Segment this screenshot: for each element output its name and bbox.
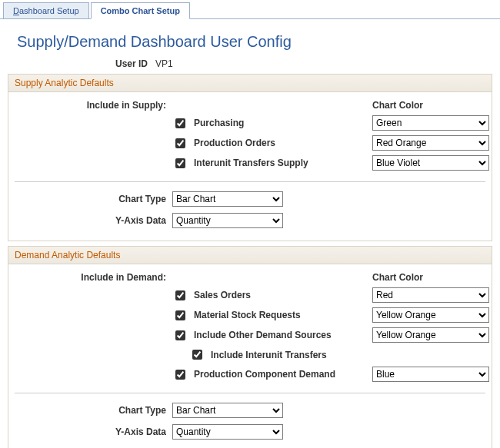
demand-item-include-interunit-transfers: Include Interunit Transfers bbox=[172, 347, 372, 362]
checkbox-label-sales-orders: Sales Orders bbox=[192, 290, 251, 300]
select-color-sales-orders[interactable]: Red bbox=[372, 287, 489, 303]
checkbox-label-production-orders: Production Orders bbox=[192, 138, 275, 148]
checkbox-label-material-stock-requests: Material Stock Requests bbox=[192, 310, 301, 320]
user-id-row: User ID VP1 bbox=[0, 58, 500, 69]
tab-bar: Dashboard Setup Combo Chart Setup bbox=[0, 0, 500, 19]
supply-chart-config: Chart Type Bar Chart Y-Axis Data Quantit… bbox=[15, 191, 485, 228]
demand-item-other-demand-sources: Include Other Demand Sources bbox=[172, 328, 372, 343]
demand-chart-config: Chart Type Bar Chart Y-Axis Data Quantit… bbox=[15, 403, 485, 440]
select-demand-yaxis[interactable]: Quantity bbox=[172, 424, 283, 440]
include-in-demand-label: Include in Demand: bbox=[81, 272, 172, 283]
tab-combo-chart-setup[interactable]: Combo Chart Setup bbox=[91, 2, 190, 19]
supply-item-production-orders: Production Orders bbox=[172, 136, 372, 151]
select-color-material-stock-requests[interactable]: Yellow Orange bbox=[372, 307, 489, 323]
section-supply-defaults: Supply Analytic Defaults Include in Supp… bbox=[8, 74, 492, 241]
checkbox-label-purchasing: Purchasing bbox=[192, 118, 244, 128]
checkbox-include-interunit-transfers[interactable] bbox=[192, 350, 202, 360]
checkbox-sales-orders[interactable] bbox=[175, 290, 185, 300]
select-supply-chart-type[interactable]: Bar Chart bbox=[172, 191, 283, 207]
select-supply-yaxis[interactable]: Quantity bbox=[172, 213, 283, 228]
divider-supply bbox=[15, 181, 485, 182]
select-demand-chart-type[interactable]: Bar Chart bbox=[172, 403, 283, 418]
checkbox-production-orders[interactable] bbox=[175, 138, 185, 148]
demand-item-sales-orders: Sales Orders bbox=[172, 288, 372, 303]
include-in-supply-label: Include in Supply: bbox=[87, 100, 172, 111]
checkbox-label-other-demand-sources: Include Other Demand Sources bbox=[192, 330, 332, 340]
checkbox-label-production-component-demand: Production Component Demand bbox=[192, 369, 335, 380]
checkbox-label-interunit-transfers-supply: Interunit Transfers Supply bbox=[192, 158, 308, 168]
section-body-demand: Include in Demand: Chart Color Sales Ord… bbox=[8, 264, 492, 448]
select-color-interunit-transfers-supply[interactable]: Blue Violet bbox=[372, 155, 489, 171]
section-header-demand: Demand Analytic Defaults bbox=[8, 247, 492, 264]
checkbox-interunit-transfers-supply[interactable] bbox=[175, 158, 185, 168]
select-color-production-component-demand[interactable]: Blue bbox=[372, 367, 489, 382]
supply-item-purchasing: Purchasing bbox=[172, 116, 372, 131]
checkbox-other-demand-sources[interactable] bbox=[175, 330, 185, 340]
section-body-supply: Include in Supply: Chart Color Purchasin… bbox=[8, 92, 492, 241]
demand-chart-color-label: Chart Color bbox=[372, 272, 495, 283]
supply-grid: Include in Supply: Chart Color Purchasin… bbox=[15, 100, 485, 171]
supply-chart-color-label: Chart Color bbox=[372, 100, 495, 111]
checkbox-purchasing[interactable] bbox=[175, 118, 185, 128]
demand-yaxis-label: Y-Axis Data bbox=[115, 426, 172, 437]
supply-yaxis-label: Y-Axis Data bbox=[115, 215, 172, 226]
tab-label-rest: ashboard Setup bbox=[19, 6, 79, 15]
select-color-other-demand-sources[interactable]: Yellow Orange bbox=[372, 327, 489, 343]
user-id-value: VP1 bbox=[155, 58, 173, 69]
section-header-supply: Supply Analytic Defaults bbox=[8, 75, 492, 92]
demand-item-material-stock-requests: Material Stock Requests bbox=[172, 308, 372, 323]
demand-chart-type-label: Chart Type bbox=[118, 405, 172, 416]
tab-label: Combo Chart Setup bbox=[101, 6, 180, 15]
select-color-purchasing[interactable]: Green bbox=[372, 115, 489, 131]
demand-item-production-component-demand: Production Component Demand bbox=[172, 367, 372, 382]
user-id-label: User ID bbox=[0, 58, 155, 69]
checkbox-label-include-interunit-transfers: Include Interunit Transfers bbox=[209, 350, 327, 360]
tab-dashboard-setup[interactable]: Dashboard Setup bbox=[3, 2, 89, 19]
tab-label-prefix: D bbox=[13, 6, 19, 15]
demand-grid: Include in Demand: Chart Color Sales Ord… bbox=[15, 272, 485, 382]
checkbox-production-component-demand[interactable] bbox=[175, 370, 185, 380]
page-title: Supply/Demand Dashboard User Config bbox=[0, 19, 500, 55]
supply-item-interunit-transfers: Interunit Transfers Supply bbox=[172, 156, 372, 171]
select-color-production-orders[interactable]: Red Orange bbox=[372, 135, 489, 151]
divider-demand bbox=[15, 393, 485, 393]
supply-chart-type-label: Chart Type bbox=[118, 194, 172, 204]
section-demand-defaults: Demand Analytic Defaults Include in Dema… bbox=[8, 246, 492, 448]
checkbox-material-stock-requests[interactable] bbox=[175, 310, 185, 320]
